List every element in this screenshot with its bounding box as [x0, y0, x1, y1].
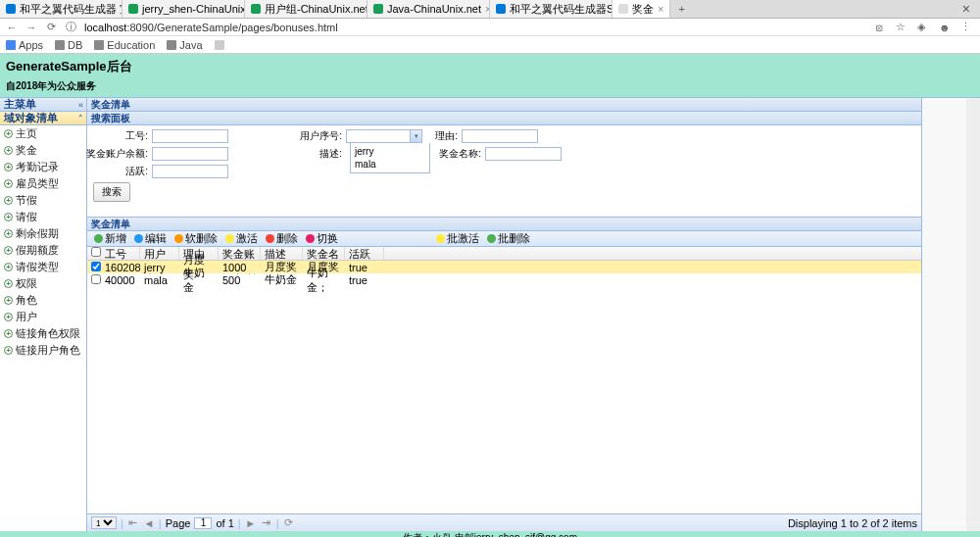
sidebar-header: 主菜单«: [0, 98, 86, 112]
cell: true: [345, 274, 384, 286]
batch-delete-button[interactable]: 批删除: [484, 231, 533, 246]
favicon: [496, 4, 506, 14]
menu-icon[interactable]: ⋮: [960, 21, 974, 33]
bookmark-folder[interactable]: DB: [55, 39, 82, 51]
sidebar-item[interactable]: +主页: [0, 125, 86, 142]
col-header[interactable]: 活跃: [345, 247, 384, 260]
field-label: 奖金账户余额:: [79, 147, 148, 161]
next-page-icon[interactable]: ►: [245, 517, 257, 529]
sidebar-item[interactable]: +假期额度: [0, 242, 86, 259]
sidebar-item[interactable]: +请假类型: [0, 259, 86, 275]
sidebar-item[interactable]: +用户: [0, 309, 86, 325]
softdelete-button[interactable]: 软删除: [172, 231, 220, 246]
employee-id-input[interactable]: [152, 129, 228, 143]
forward-icon[interactable]: →: [25, 22, 37, 33]
window-close-icon[interactable]: ×: [953, 1, 980, 17]
star-icon[interactable]: ☆: [896, 21, 909, 33]
plus-icon: +: [4, 263, 13, 271]
sidebar-section[interactable]: 域对象清单˄: [0, 112, 86, 125]
translate-icon[interactable]: ⦻: [874, 22, 888, 33]
sidebar-item[interactable]: +链接角色权限: [0, 325, 86, 342]
tab-0[interactable]: 和平之翼代码生成器 宝船×: [0, 0, 122, 18]
prev-page-icon[interactable]: ◄: [143, 517, 155, 529]
collapse-icon[interactable]: «: [78, 100, 83, 110]
chevron-down-icon[interactable]: ▾: [410, 130, 421, 142]
apps-bookmark[interactable]: Apps: [6, 39, 43, 51]
field-label: 奖金名称:: [432, 147, 481, 161]
sidebar-item-label: 角色: [16, 293, 37, 308]
activate-button[interactable]: 激活: [222, 231, 261, 246]
sidebar-item[interactable]: +奖金: [0, 142, 86, 159]
last-page-icon[interactable]: ⇥: [261, 516, 272, 529]
batch-activate-button[interactable]: 批激活: [433, 231, 482, 246]
table-row[interactable]: 40000mala牛奶金500牛奶金牛奶金；true: [87, 273, 921, 286]
address-bar: ← → ⟳ ⓘ localhost:8090/GenerateSample/pa…: [0, 19, 980, 36]
sidebar-item[interactable]: +节假: [0, 192, 86, 209]
sidebar-item[interactable]: +考勤记录: [0, 159, 86, 175]
cell: 1000: [219, 262, 261, 273]
x-icon: [266, 234, 274, 243]
tab-5[interactable]: 奖金×: [612, 0, 670, 18]
sidebar-item-label: 请假类型: [16, 260, 59, 274]
select-all-checkbox[interactable]: [91, 247, 101, 257]
bookmark-folder[interactable]: Education: [94, 39, 155, 51]
page-subtitle: 自2018年为公众服务: [6, 79, 974, 93]
sidebar-item[interactable]: +角色: [0, 292, 86, 309]
apps-icon: [6, 40, 16, 50]
new-tab-button[interactable]: +: [670, 3, 692, 15]
sidebar-item[interactable]: +请假: [0, 209, 86, 225]
col-header[interactable]: 描述: [261, 247, 303, 260]
dropdown-option[interactable]: jerry: [351, 145, 429, 158]
close-icon[interactable]: ×: [658, 3, 663, 15]
cell: 牛奶金；: [303, 266, 345, 295]
delete-button[interactable]: 删除: [263, 231, 301, 246]
sidebar-item[interactable]: +雇员类型: [0, 175, 86, 192]
extensions-icon[interactable]: ◈: [917, 21, 931, 33]
search-button[interactable]: 搜索: [93, 182, 130, 202]
bonus-name-input[interactable]: [485, 147, 562, 161]
back-icon[interactable]: ←: [6, 22, 18, 33]
first-page-icon[interactable]: ⇤: [127, 516, 139, 529]
sidebar-item[interactable]: +剩余假期: [0, 225, 86, 242]
bookmark-page[interactable]: [215, 40, 224, 50]
col-header[interactable]: 工号: [101, 247, 140, 260]
tab-4[interactable]: 和平之翼代码生成器SME×: [490, 0, 612, 18]
row-checkbox[interactable]: [91, 262, 101, 271]
add-button[interactable]: 新增: [91, 231, 129, 246]
col-header[interactable]: 奖金账户余额: [219, 247, 261, 260]
sidebar-item-label: 用户: [16, 310, 37, 324]
bookmark-folder[interactable]: Java: [167, 39, 202, 51]
col-header[interactable]: 用户序号: [140, 247, 179, 260]
balance-input[interactable]: [152, 147, 228, 161]
profile-icon[interactable]: ☻: [939, 22, 953, 33]
page-title: GenerateSample后台: [6, 58, 974, 75]
refresh-icon[interactable]: ⟳: [283, 516, 295, 529]
reload-icon[interactable]: ⟳: [45, 22, 57, 33]
plus-icon: +: [4, 213, 13, 221]
grid-toolbar: 新增 编辑 软删除 激活 删除 切换 批激活 批删除: [87, 231, 921, 247]
sidebar-item[interactable]: +权限: [0, 275, 86, 292]
tab-3[interactable]: Java-ChinaUnix.net×: [368, 0, 490, 18]
col-header[interactable]: 奖金名称: [303, 247, 345, 260]
tab-1[interactable]: jerry_shen-ChinaUnix.n×: [122, 0, 245, 18]
dropdown-option[interactable]: mala: [351, 158, 429, 171]
bulb-icon: [436, 234, 445, 243]
toggle-button[interactable]: 切换: [303, 231, 341, 246]
tab-2[interactable]: 用户组-ChinaUnix.net×: [245, 0, 368, 18]
page-icon: [215, 40, 224, 50]
user-dropdown: jerry mala: [350, 143, 430, 173]
edit-button[interactable]: 编辑: [131, 231, 170, 246]
active-input[interactable]: [152, 165, 228, 178]
row-checkbox[interactable]: [91, 274, 101, 284]
plus-icon: +: [4, 313, 13, 321]
page-input[interactable]: [194, 517, 212, 529]
favicon: [618, 4, 628, 14]
content-tab[interactable]: 奖金清单: [87, 98, 921, 112]
user-combo[interactable]: ▾: [346, 129, 422, 143]
reason-input[interactable]: [462, 129, 538, 143]
url-field[interactable]: localhost:8090/GenerateSample/pages/bonu…: [84, 22, 866, 33]
page-size-select[interactable]: 10: [91, 516, 117, 529]
info-icon[interactable]: ⓘ: [65, 22, 76, 33]
sidebar-item[interactable]: +链接用户角色: [0, 342, 86, 359]
sidebar-item-label: 链接角色权限: [16, 326, 80, 341]
